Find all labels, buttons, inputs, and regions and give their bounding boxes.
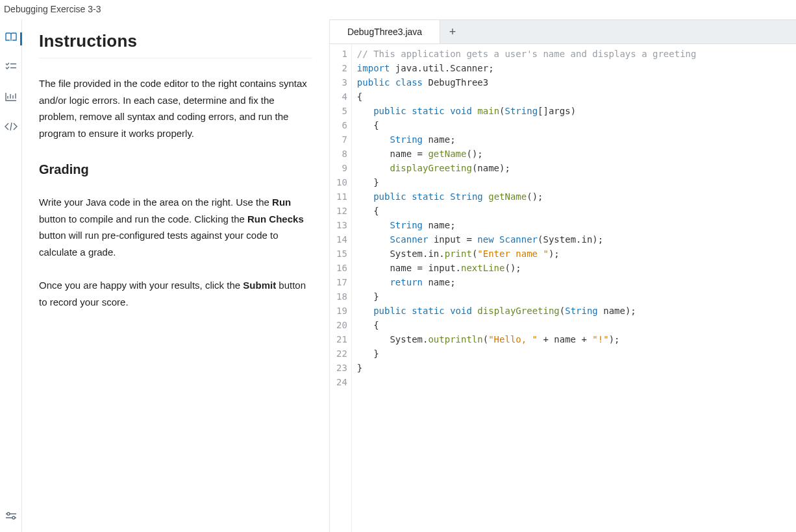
code-line[interactable]: public static String getName(); [357,189,796,204]
code-token: "Hello, " [488,334,538,345]
svg-point-1 [12,516,15,519]
code-token: "Enter name " [477,248,549,259]
code-line[interactable]: // This application gets a user's name a… [357,47,796,61]
window-title: Debugging Exercise 3-3 [0,0,796,19]
grading-heading: Grading [39,162,312,177]
code-token: + name + [538,334,592,345]
text-fragment: button will run pre-configured tests aga… [39,230,279,258]
code-token [406,191,412,202]
code-token: return [390,277,423,287]
code-line[interactable]: } [357,361,796,375]
line-number: 24 [336,375,347,389]
code-line[interactable] [357,375,796,389]
code-line[interactable]: { [357,204,796,218]
code-token [494,234,499,245]
code-token: void [450,106,472,116]
line-number: 7 [336,132,347,147]
instructions-heading: Instructions [39,31,312,58]
code-token: (name); [472,163,510,173]
line-number: 18 [336,289,347,304]
code-token: displayGreeting [477,306,559,316]
code-token: []args) [538,106,576,116]
code-token [390,77,395,88]
code-token: } [357,177,379,187]
code-token: System.in. [357,248,445,259]
code-token: (); [504,263,521,273]
instructions-para-2: Write your Java code in the area on the … [39,194,312,260]
text-fragment: button to compile and run the code. Clic… [39,213,247,224]
line-number: 14 [336,232,347,247]
line-number: 13 [336,218,347,232]
code-token: ( [483,334,488,345]
code-line[interactable]: System.in.print("Enter name "); [357,247,796,261]
code-token: import [357,63,390,73]
code-line[interactable]: { [357,318,796,332]
code-line[interactable]: } [357,175,796,189]
line-number: 4 [336,90,347,104]
code-token: { [357,91,362,102]
left-sidebar [0,19,22,532]
code-token: public [357,77,390,88]
code-token: name = input. [357,263,461,273]
code-line[interactable]: } [357,289,796,304]
code-line[interactable]: name = input.nextLine(); [357,261,796,275]
code-token: main [477,106,499,116]
code-token [483,191,488,202]
code-token: } [357,291,379,302]
code-token: Scanner [390,234,428,245]
code-line[interactable]: import java.util.Scanner; [357,61,796,75]
text-fragment: Write your Java code in the area on the … [39,197,272,208]
code-token: "!" [592,334,608,345]
code-token: String [390,220,423,230]
code-token: void [450,306,472,316]
checklist-icon[interactable] [5,61,18,73]
code-token [357,191,373,202]
line-number: 8 [336,147,347,161]
code-line[interactable]: name = getName(); [357,147,796,161]
code-line[interactable]: String name; [357,132,796,147]
text-fragment: Once you are happy with your results, cl… [39,280,243,291]
code-token: String [565,306,598,316]
line-number: 10 [336,175,347,189]
line-number: 5 [336,104,347,118]
code-line[interactable]: String name; [357,218,796,232]
code-token: (); [527,191,543,202]
code-line[interactable]: { [357,118,796,132]
code-token: ); [609,334,620,345]
line-number: 22 [336,346,347,361]
code-token: String [505,106,538,116]
code-line[interactable]: public class DebugThree3 [357,75,796,90]
code-line[interactable]: } [357,346,796,361]
code-line[interactable]: public static void main(String[]args) [357,104,796,118]
code-icon[interactable] [5,121,18,132]
code-token: } [357,363,362,373]
code-line[interactable]: displayGreeting(name); [357,161,796,175]
code-token: print [445,248,472,259]
chart-icon[interactable] [5,91,18,103]
code-token: getName [428,149,466,159]
add-tab-button[interactable]: + [440,20,465,43]
file-tab[interactable]: DebugThree3.java [330,20,440,43]
code-line[interactable]: { [357,90,796,104]
code-token: public [373,106,406,116]
code-line[interactable]: Scanner input = new Scanner(System.in); [357,232,796,247]
code-token: input = [428,234,477,245]
code-token: name); [598,306,636,316]
code-token: public [373,191,406,202]
code-token: static [412,191,445,202]
text-bold: Run Checks [247,213,304,224]
line-number: 16 [336,261,347,275]
code-line[interactable]: System.outprintln("Hello, " + name + "!"… [357,332,796,346]
line-number: 17 [336,275,347,289]
code-token [357,277,390,287]
code-line[interactable]: public static void displayGreeting(Strin… [357,304,796,318]
instructions-para-1: The file provided in the code editor to … [39,75,312,141]
line-number: 15 [336,247,347,261]
code-token [406,306,412,316]
code-line[interactable]: return name; [357,275,796,289]
code-lines[interactable]: // This application gets a user's name a… [352,44,796,532]
settings-icon[interactable] [5,510,18,522]
code-area[interactable]: 123456789101112131415161718192021222324 … [330,44,796,532]
code-token: name; [423,277,456,287]
instructions-icon[interactable] [5,31,18,43]
